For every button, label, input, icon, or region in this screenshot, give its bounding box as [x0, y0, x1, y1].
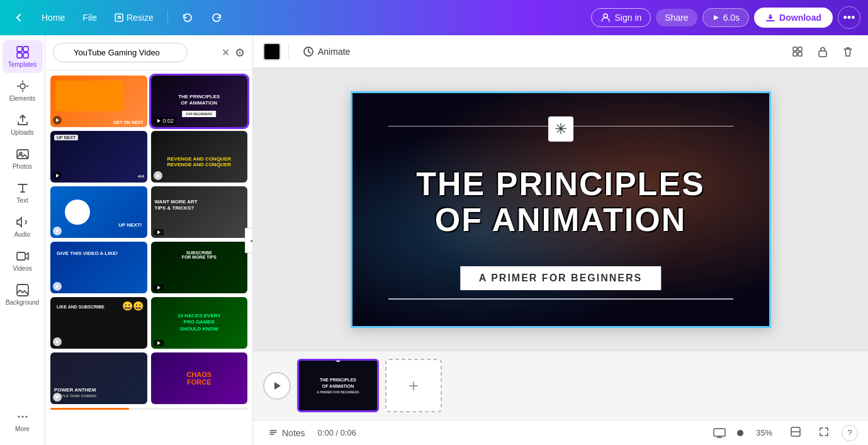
filter-button[interactable]: ⚙ [235, 46, 245, 60]
timeline-add-slide-button[interactable]: + [385, 359, 442, 412]
svg-rect-3 [23, 47, 28, 52]
device-icons [709, 423, 730, 443]
fullscreen-button[interactable] [814, 424, 834, 441]
zoom-level: 35% [751, 425, 777, 440]
template-thumb-3[interactable]: UP NEXT ◀◀ [50, 131, 147, 183]
search-wrapper: 🔍 [53, 43, 217, 62]
canvas-toolbar: Animate [253, 35, 868, 68]
template-thumb-10[interactable]: 10 HACKS EVERYPRO GAMERSHOULD KNOW [151, 297, 248, 349]
play-preview-button[interactable]: 6.0s [702, 8, 749, 27]
redo-button[interactable] [205, 8, 228, 27]
color-swatch[interactable] [263, 43, 281, 60]
template-thumb-5[interactable]: UP NEXT! [50, 186, 147, 238]
sidebar-item-videos[interactable]: Videos [3, 244, 43, 277]
templates-grid: GET ON NEXT THE PRINCIPLESOF ANIMATION F… [45, 70, 252, 445]
template-thumb-8[interactable]: SUBSCRIBEFOR MORE TIPS [151, 242, 248, 293]
sidebar-label-photos: Photos [13, 163, 32, 170]
template-thumb-4[interactable]: REVENGE AND CONQUERREVENGE AND CONQUER [151, 131, 248, 183]
canvas-scroll[interactable]: ✳ THE PRINCIPLES OF ANIMATION A PRIMER F… [253, 68, 868, 351]
grid-settings-button[interactable] [787, 42, 808, 62]
thumb-duration-2: 0:02 [154, 117, 177, 125]
svg-rect-15 [793, 47, 797, 51]
undo-button[interactable] [176, 8, 200, 27]
template-thumb-9[interactable]: 😀😀 LIKE AND SUBSCRIBE [50, 297, 147, 349]
sidebar-item-templates[interactable]: Templates [3, 40, 43, 73]
timeline: THE PRINCIPLES OF ANIMATION A PRIMER FOR… [253, 351, 868, 420]
svg-rect-17 [793, 52, 797, 56]
more-options-button[interactable]: ••• [838, 6, 860, 29]
sidebar-item-text[interactable]: Text [3, 176, 43, 209]
sidebar-label-videos: Videos [13, 265, 31, 272]
sidebar-item-audio[interactable]: Audio [3, 210, 43, 243]
timeline-slide-1[interactable]: THE PRINCIPLES OF ANIMATION A PRIMER FOR… [297, 359, 379, 412]
hide-panel-button[interactable]: ◀ [245, 228, 253, 253]
template-thumb-6[interactable]: WANT MORE ARTTIPS & TRICKS? [151, 186, 248, 238]
template-row-5: 😀😀 LIKE AND SUBSCRIBE 10 HACKS EVERYPRO … [50, 297, 247, 349]
sidebar-label-text: Text [16, 197, 28, 204]
svg-rect-18 [798, 52, 802, 56]
template-thumb-2[interactable]: THE PRINCIPLESOF ANIMATION FOR BEGINNERS… [151, 76, 248, 127]
search-clear-button[interactable]: ✕ [222, 47, 230, 59]
animate-button[interactable]: Animate [296, 42, 356, 61]
delete-button[interactable] [838, 42, 858, 62]
svg-point-12 [21, 416, 23, 418]
canvas-line-bottom [388, 298, 733, 300]
time-display: 0:00 / 0:06 [318, 428, 356, 437]
template-thumb-12[interactable]: CHAOSFORCE [151, 352, 248, 404]
sidebar-bottom: More [3, 405, 43, 445]
desktop-view-button[interactable] [709, 423, 730, 443]
sidebar-label-elements: Elements [9, 95, 36, 102]
template-row-4: GIVE THIS VIDEO A LIKE! SUBSCRIBEFOR MOR… [50, 242, 247, 293]
sidebar-item-uploads[interactable]: Uploads [3, 108, 43, 141]
svg-rect-5 [23, 53, 28, 58]
template-thumb-7[interactable]: GIVE THIS VIDEO A LIKE! [50, 242, 147, 293]
notes-label: Notes [282, 428, 305, 438]
sign-in-button[interactable]: Sign in [591, 8, 651, 27]
svg-point-13 [25, 416, 27, 418]
canvas-title[interactable]: THE PRINCIPLES OF ANIMATION [378, 166, 743, 238]
svg-rect-10 [17, 284, 28, 296]
file-button[interactable]: File [76, 9, 103, 26]
search-input[interactable] [53, 43, 188, 62]
lock-button[interactable] [813, 42, 833, 62]
download-button[interactable]: Download [754, 8, 833, 28]
svg-rect-20 [714, 429, 725, 436]
template-row-1: GET ON NEXT THE PRINCIPLESOF ANIMATION F… [50, 76, 247, 127]
svg-rect-2 [17, 47, 22, 52]
toolbar-divider [288, 44, 289, 59]
nav-divider [167, 10, 168, 25]
main-area: Templates Elements Uploads Photos Text A… [0, 35, 868, 445]
view-toggle-button[interactable] [785, 424, 806, 442]
sidebar-item-background[interactable]: Background [3, 278, 43, 311]
template-row-2: UP NEXT ◀◀ REVENGE AND CONQUERREVENGE AN… [50, 131, 247, 183]
svg-point-1 [604, 14, 607, 18]
top-navigation: Home File Resize Sign in Share 6.0s Down… [0, 0, 868, 35]
notes-button[interactable]: Notes [263, 425, 310, 441]
sidebar-label-background: Background [6, 299, 39, 306]
canvas-star-icon: ✳ [548, 116, 573, 142]
template-thumb-1[interactable]: GET ON NEXT [50, 76, 147, 127]
zoom-dot [737, 430, 743, 436]
template-thumb-11[interactable]: POWER ANTHEMbattle tank gaming [50, 352, 147, 404]
timeline-play-button[interactable] [263, 372, 291, 400]
sidebar-item-photos[interactable]: Photos [3, 142, 43, 175]
home-button[interactable]: Home [35, 9, 71, 26]
template-row-6: POWER ANTHEMbattle tank gaming CHAOSFORC… [50, 352, 247, 404]
sidebar-item-elements[interactable]: Elements [3, 74, 43, 107]
toolbar-right [787, 42, 858, 62]
canvas-area: Animate [253, 35, 868, 445]
share-button[interactable]: Share [656, 9, 697, 26]
svg-rect-16 [798, 47, 802, 51]
template-row-3: UP NEXT! WANT MORE ARTTIPS & TRICKS? [50, 186, 247, 238]
back-button[interactable] [8, 9, 30, 26]
resize-button[interactable]: Resize [108, 9, 160, 26]
svg-point-11 [18, 416, 20, 418]
svg-rect-4 [17, 53, 22, 58]
sidebar-item-more[interactable]: More [3, 405, 43, 437]
svg-rect-9 [17, 252, 25, 260]
canvas-subtitle[interactable]: A PRIMER FOR BEGINNERS [460, 266, 661, 290]
sidebar-label-templates: Templates [8, 61, 37, 68]
help-button[interactable]: ? [842, 425, 858, 441]
status-bar: Notes 0:00 / 0:06 35% ? [253, 420, 868, 445]
icon-sidebar: Templates Elements Uploads Photos Text A… [0, 35, 45, 445]
